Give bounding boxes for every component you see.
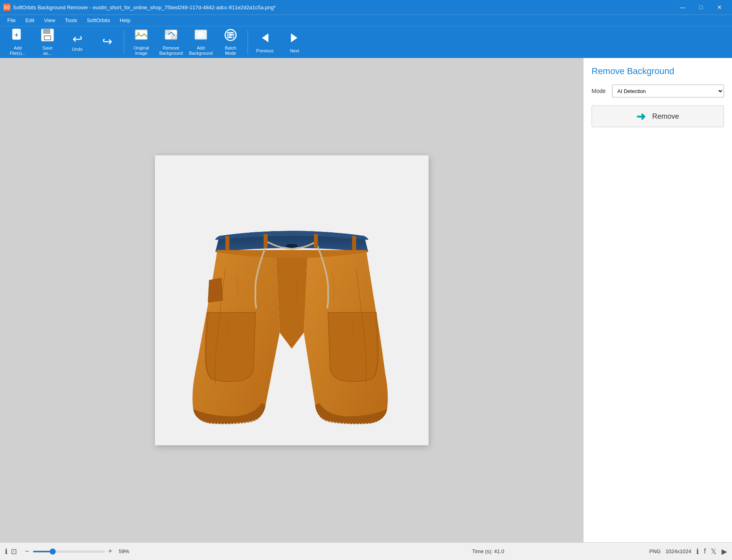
add-files-label: Add File(s)...: [10, 45, 26, 56]
status-left: ℹ ⊡ − + 59%: [5, 547, 327, 556]
toolbar-divider-1: [124, 30, 124, 54]
status-bar: ℹ ⊡ − + 59% Time (s): 41.0 PNG 1024x1024…: [0, 542, 732, 560]
svg-rect-27: [225, 236, 229, 250]
mode-select[interactable]: AI Detection Manual Color: [612, 85, 724, 97]
remove-background-button[interactable]: Remove Background: [157, 28, 186, 57]
mode-label: Mode: [592, 88, 606, 94]
svg-point-26: [286, 244, 298, 248]
menu-softorbits[interactable]: SoftOrbits: [83, 17, 114, 24]
svg-rect-28: [264, 234, 268, 248]
menu-bar: File Edit View Tools SoftOrbits Help: [0, 14, 732, 26]
next-icon: [288, 31, 301, 47]
add-files-icon: +: [11, 28, 25, 44]
menu-edit[interactable]: Edit: [21, 17, 38, 24]
zoom-slider[interactable]: [33, 551, 105, 552]
remove-arrow-icon: ➜: [636, 110, 645, 123]
crop-icon[interactable]: ⊡: [11, 547, 17, 556]
time-value-num: 41.0: [494, 548, 504, 554]
svg-marker-23: [262, 33, 268, 42]
window-controls: — □ ✕: [673, 0, 729, 14]
previous-label: Previous: [256, 48, 274, 53]
remove-background-icon: [164, 28, 178, 44]
undo-label: Undo: [72, 47, 82, 52]
zoom-minus-button[interactable]: −: [25, 547, 29, 556]
svg-rect-30: [352, 236, 356, 250]
zoom-plus-button[interactable]: +: [108, 547, 113, 556]
batch-mode-label: Batch Mode: [225, 45, 236, 56]
youtube-icon[interactable]: ▶: [722, 547, 727, 556]
redo-button[interactable]: ↪: [93, 28, 122, 57]
add-files-button[interactable]: + Add File(s)...: [3, 28, 32, 57]
add-background-label: Add Background: [189, 45, 213, 56]
time-display: Time (s): 41.0: [472, 548, 504, 554]
close-button[interactable]: ✕: [710, 0, 729, 14]
save-as-button[interactable]: Save as...: [33, 28, 62, 57]
title-bar-left: SO SoftOrbits Background Remover - eusti…: [3, 4, 276, 11]
svg-rect-6: [135, 30, 147, 39]
format-badge: PNG: [649, 548, 660, 554]
add-background-icon: [194, 28, 208, 44]
previous-icon: [258, 31, 272, 47]
svg-marker-24: [291, 33, 297, 42]
facebook-icon[interactable]: f: [704, 547, 706, 556]
menu-help[interactable]: Help: [115, 17, 134, 24]
image-display: [155, 155, 429, 445]
toolbar: + Add File(s)... Save as... ↩ Undo ↪: [0, 26, 732, 58]
panel-title: Remove Background: [592, 66, 724, 76]
image-dimensions: 1024x1024: [666, 548, 691, 554]
remove-button[interactable]: ➜ Remove: [592, 105, 724, 127]
image-container: [155, 155, 429, 445]
right-panel: Remove Background Mode AI Detection Manu…: [583, 58, 732, 542]
svg-text:+: +: [14, 31, 18, 38]
original-image-button[interactable]: Original Image: [127, 28, 156, 57]
batch-mode-button[interactable]: Batch Mode: [216, 28, 245, 57]
status-right: PNG 1024x1024 ℹ f 𝕏 ▶: [649, 547, 727, 556]
undo-button[interactable]: ↩ Undo: [63, 28, 92, 57]
svg-rect-29: [314, 234, 318, 248]
svg-rect-11: [171, 35, 177, 39]
save-icon: [41, 28, 54, 44]
menu-file[interactable]: File: [3, 17, 20, 24]
menu-tools[interactable]: Tools: [61, 17, 81, 24]
zoom-percent: 59%: [119, 548, 129, 554]
menu-view[interactable]: View: [40, 17, 59, 24]
status-info-icon[interactable]: ℹ: [696, 547, 699, 556]
original-image-label: Original Image: [134, 45, 149, 56]
twitter-icon[interactable]: 𝕏: [711, 547, 717, 556]
previous-button[interactable]: Previous: [250, 28, 279, 57]
remove-background-label: Remove Background: [159, 45, 183, 56]
status-center: Time (s): 41.0: [327, 548, 650, 554]
save-as-label: Save as...: [42, 45, 52, 56]
mode-row: Mode AI Detection Manual Color: [592, 85, 724, 97]
zoom-control: − + 59%: [25, 547, 129, 556]
app-icon: SO: [3, 4, 10, 11]
minimize-button[interactable]: —: [673, 0, 692, 14]
time-label: Time (s):: [472, 548, 493, 554]
title-bar: SO SoftOrbits Background Remover - eusti…: [0, 0, 732, 14]
add-background-button[interactable]: Add Background: [186, 28, 215, 57]
window-title: SoftOrbits Background Remover - eustin_s…: [13, 4, 276, 10]
toolbar-divider-2: [247, 30, 248, 54]
svg-rect-5: [45, 36, 50, 39]
original-image-icon: [134, 28, 148, 44]
main-area: Remove Background Mode AI Detection Manu…: [0, 58, 732, 542]
svg-rect-3: [43, 29, 50, 34]
redo-icon: ↪: [102, 35, 112, 48]
canvas-area: [0, 58, 583, 542]
next-label: Next: [290, 48, 299, 53]
remove-button-label: Remove: [652, 112, 679, 121]
batch-mode-icon: [224, 28, 237, 44]
maximize-button[interactable]: □: [692, 0, 710, 14]
info-icon[interactable]: ℹ: [5, 547, 8, 556]
next-button[interactable]: Next: [280, 28, 309, 57]
undo-icon: ↩: [72, 33, 82, 45]
